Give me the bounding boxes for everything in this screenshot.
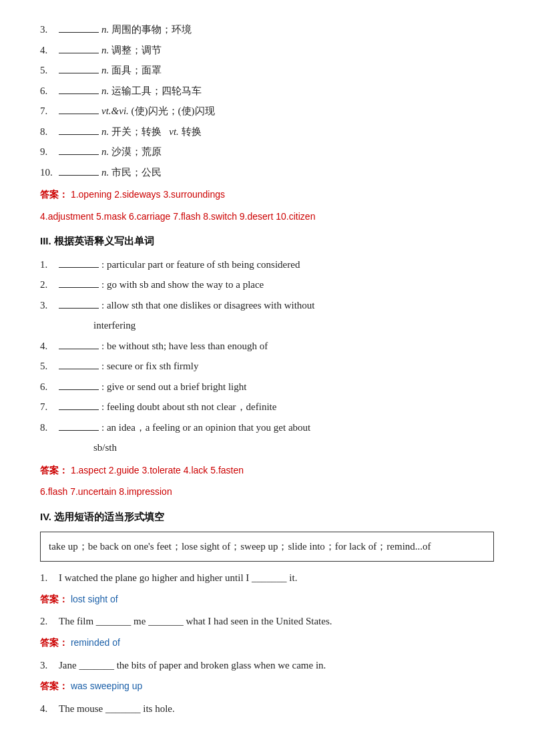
vocab-box-text: take up；be back on one's feet；lose sight… xyxy=(49,541,431,552)
s4-text-4: The mouse _______ its hole. xyxy=(59,699,494,719)
blank-9 xyxy=(59,154,99,155)
s3-text-6: : give or send out a brief bright light xyxy=(59,377,494,397)
section4-items: 1. I watched the plane go higher and hig… xyxy=(40,568,494,718)
answer-label-3: 答案： xyxy=(40,465,68,476)
item-5: 5. n. 面具；面罩 xyxy=(40,61,494,80)
s3-item-8: 8. : an idea，a feeling or an opinion tha… xyxy=(40,418,494,437)
answer-text-2a: 1.opening 2.sideways 3.surroundings xyxy=(71,189,225,200)
s3-text-7: : feeling doubt about sth not clear，defi… xyxy=(59,397,494,417)
s4-num-3: 3. xyxy=(40,656,59,675)
s3-item-3: 3. : allow sth that one dislikes or disa… xyxy=(40,296,494,315)
s4-text-1: I watched the plane go higher and higher… xyxy=(59,568,494,588)
s3-num-4: 4. xyxy=(40,337,59,356)
s3-num-3: 3. xyxy=(40,296,59,315)
s3-num-1: 1. xyxy=(40,255,59,274)
section3-title-text: III. 根据英语释义写出单词 xyxy=(40,235,154,246)
item-text-3: n. 周围的事物；环境 xyxy=(59,20,494,39)
s4-item-3: 3. Jane _______ the bits of paper and br… xyxy=(40,656,494,675)
s4-text-2: The film _______ me _______ what I had s… xyxy=(59,612,494,631)
s4-answer-2: 答案： reminded of xyxy=(40,634,494,652)
blank-6 xyxy=(59,93,99,94)
s4-answer-label-3: 答案： xyxy=(40,681,68,691)
answer-text-3b: 6.flash 7.uncertain 8.impression xyxy=(40,486,172,497)
item-9: 9. n. 沙漠；荒原 xyxy=(40,142,494,162)
answer-text-2b: 4.adjustment 5.mask 6.carriage 7.flash 8… xyxy=(40,211,315,222)
s3-num-2: 2. xyxy=(40,275,59,295)
s4-answer-1: 答案： lost sight of xyxy=(40,590,494,608)
s3-blank-2 xyxy=(59,287,99,288)
item-num-10: 10. xyxy=(40,163,59,182)
answer-label-2: 答案： xyxy=(40,189,68,200)
s3-blank-7 xyxy=(59,409,99,410)
s4-answer-text-3: was sweeping up xyxy=(71,681,142,691)
blank-5 xyxy=(59,73,99,73)
s3-item-1: 1. : particular part or feature of sth b… xyxy=(40,255,494,274)
s3-item-8b: sb/sth xyxy=(93,438,494,457)
s3-blank-4 xyxy=(59,349,99,349)
s3-text-3: : allow sth that one dislikes or disagre… xyxy=(59,296,494,315)
s3-blank-8 xyxy=(59,430,99,431)
s4-answer-3: 答案： was sweeping up xyxy=(40,677,494,695)
s4-answer-label-1: 答案： xyxy=(40,594,68,604)
s3-text-2: : go with sb and show the way to a place xyxy=(59,275,494,295)
item-text-7: vt.&vi. (使)闪光；(使)闪现 xyxy=(59,102,494,121)
answer-section3-line2: 6.flash 7.uncertain 8.impression xyxy=(40,483,494,501)
blank-10 xyxy=(59,175,99,176)
s3-num-6: 6. xyxy=(40,377,59,397)
item-text-10: n. 市民；公民 xyxy=(59,163,494,182)
s3-item-7: 7. : feeling doubt about sth not clear，d… xyxy=(40,397,494,417)
s3-item-5: 5. : secure or fix sth firmly xyxy=(40,357,494,376)
s3-text-8: : an idea，a feeling or an opinion that y… xyxy=(59,418,494,437)
s4-num-2: 2. xyxy=(40,612,59,631)
s3-item-2: 2. : go with sb and show the way to a pl… xyxy=(40,275,494,295)
item-10: 10. n. 市民；公民 xyxy=(40,163,494,182)
s4-item-1: 1. I watched the plane go higher and hig… xyxy=(40,568,494,588)
section3-title: III. 根据英语释义写出单词 xyxy=(40,232,494,251)
item-text-4: n. 调整；调节 xyxy=(59,41,494,60)
section4-title-text: IV. 选用短语的适当形式填空 xyxy=(40,511,164,522)
item-7: 7. vt.&vi. (使)闪光；(使)闪现 xyxy=(40,102,494,121)
item-4: 4. n. 调整；调节 xyxy=(40,41,494,60)
s4-answer-label-2: 答案： xyxy=(40,637,68,648)
s4-num-1: 1. xyxy=(40,568,59,588)
item-num-3: 3. xyxy=(40,20,59,39)
s3-text-8b: sb/sth xyxy=(93,438,494,457)
s3-item-6: 6. : give or send out a brief bright lig… xyxy=(40,377,494,397)
s4-text-3: Jane _______ the bits of paper and broke… xyxy=(59,656,494,675)
item-3: 3. n. 周围的事物；环境 xyxy=(40,20,494,39)
answer-section3-line1: 答案： 1.aspect 2.guide 3.tolerate 4.lack 5… xyxy=(40,461,494,480)
section4-title: IV. 选用短语的适当形式填空 xyxy=(40,508,494,527)
item-num-4: 4. xyxy=(40,41,59,60)
s3-item-4: 4. : be without sth; have less than enou… xyxy=(40,337,494,356)
item-6: 6. n. 运输工具；四轮马车 xyxy=(40,81,494,101)
s3-blank-5 xyxy=(59,369,99,369)
item-8: 8. n. 开关；转换 vt. 转换 xyxy=(40,122,494,142)
item-text-8: n. 开关；转换 vt. 转换 xyxy=(59,122,494,142)
s3-item-3b: interfering xyxy=(93,316,494,335)
item-num-7: 7. xyxy=(40,102,59,121)
s3-text-3b: interfering xyxy=(93,316,494,335)
item-num-5: 5. xyxy=(40,61,59,80)
s3-num-5: 5. xyxy=(40,357,59,376)
s4-answer-text-1: lost sight of xyxy=(71,594,118,604)
item-text-6: n. 运输工具；四轮马车 xyxy=(59,81,494,101)
s3-text-5: : secure or fix sth firmly xyxy=(59,357,494,376)
item-text-9: n. 沙漠；荒原 xyxy=(59,142,494,162)
s4-answer-text-2: reminded of xyxy=(71,637,120,648)
s4-num-4: 4. xyxy=(40,699,59,719)
blank-7 xyxy=(59,114,99,114)
answer-section2-line2: 4.adjustment 5.mask 6.carriage 7.flash 8… xyxy=(40,208,494,226)
section2-items: 3. n. 周围的事物；环境 4. n. 调整；调节 5. n. 面具；面罩 6… xyxy=(40,20,494,182)
blank-4 xyxy=(59,53,99,53)
item-num-9: 9. xyxy=(40,142,59,162)
s3-num-7: 7. xyxy=(40,397,59,417)
item-num-6: 6. xyxy=(40,81,59,101)
answer-section2: 答案： 1.opening 2.sideways 3.surroundings xyxy=(40,186,494,204)
s3-num-8: 8. xyxy=(40,418,59,437)
answer-text-3a: 1.aspect 2.guide 3.tolerate 4.lack 5.fas… xyxy=(71,465,244,476)
s3-blank-3 xyxy=(59,308,99,309)
section3-items: 1. : particular part or feature of sth b… xyxy=(40,255,494,457)
item-text-5: n. 面具；面罩 xyxy=(59,61,494,80)
s3-blank-1 xyxy=(59,267,99,268)
s3-text-4: : be without sth; have less than enough … xyxy=(59,337,494,356)
